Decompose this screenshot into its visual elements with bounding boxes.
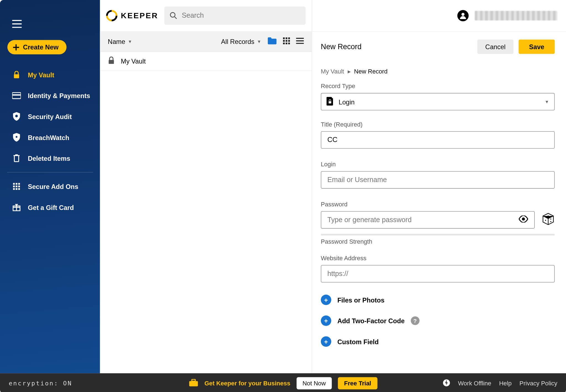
shield-eye-icon xyxy=(12,133,21,141)
svg-rect-27 xyxy=(329,101,331,103)
create-new-label: Create New xyxy=(23,43,59,51)
gift-icon xyxy=(12,203,21,212)
breadcrumb: My Vault ▸ New Record xyxy=(312,60,563,78)
password-strength-label: Password Strength xyxy=(312,237,563,249)
not-now-button[interactable]: Not Now xyxy=(297,377,332,389)
svg-rect-7 xyxy=(18,183,20,185)
lock-icon xyxy=(12,70,21,79)
login-field[interactable] xyxy=(321,171,555,189)
record-detail-panel: New Record Cancel Save My Vault ▸ New Re… xyxy=(312,32,563,373)
sort-dropdown[interactable]: Name ▼ xyxy=(108,38,132,45)
lock-icon xyxy=(108,56,115,66)
list-view-icon[interactable] xyxy=(296,38,304,45)
help-icon[interactable]: ? xyxy=(411,316,419,325)
work-offline-link[interactable]: Work Offline xyxy=(458,380,491,387)
sidebar-item-security-audit[interactable]: Security Audit xyxy=(0,106,100,127)
sidebar-item-label: My Vault xyxy=(28,71,54,78)
sidebar-item-breachwatch[interactable]: BreachWatch xyxy=(0,127,100,148)
add-files-label: Files or Photos xyxy=(337,296,384,304)
svg-point-31 xyxy=(550,221,551,222)
free-trial-button[interactable]: Free Trial xyxy=(338,377,377,389)
sidebar-item-addons[interactable]: Secure Add Ons xyxy=(0,176,100,197)
chevron-right-icon: ▸ xyxy=(348,68,351,75)
record-type-label: Record Type xyxy=(321,83,555,90)
add-custom-label: Custom Field xyxy=(337,338,379,345)
sidebar-divider xyxy=(7,172,93,173)
login-input[interactable] xyxy=(327,176,548,184)
filter-dropdown[interactable]: All Records ▼ xyxy=(221,38,261,45)
svg-rect-21 xyxy=(288,40,290,41)
svg-rect-2 xyxy=(12,94,21,96)
add-custom-field-button[interactable]: + Custom Field xyxy=(312,331,563,352)
grid-view-icon[interactable] xyxy=(283,37,290,46)
svg-point-15 xyxy=(170,12,175,17)
record-type-value: Login xyxy=(339,98,539,106)
svg-rect-1 xyxy=(12,93,21,99)
grid-icon xyxy=(12,182,21,191)
svg-rect-8 xyxy=(13,186,15,187)
app-name: KEEPER xyxy=(121,11,158,20)
cancel-button[interactable]: Cancel xyxy=(478,40,513,54)
password-field[interactable] xyxy=(321,211,535,228)
offline-icon xyxy=(442,379,450,388)
menu-icon[interactable] xyxy=(12,20,22,28)
breadcrumb-root[interactable]: My Vault xyxy=(321,68,344,75)
file-lock-icon xyxy=(326,97,333,107)
sidebar-item-label: Identity & Payments xyxy=(28,92,90,99)
shield-icon xyxy=(12,112,21,121)
privacy-link[interactable]: Privacy Policy xyxy=(520,380,557,387)
record-type-select[interactable]: Login ▼ xyxy=(321,93,555,111)
sidebar-item-deleted[interactable]: Deleted Items xyxy=(0,148,100,169)
list-item[interactable]: My Vault xyxy=(100,52,312,71)
svg-rect-18 xyxy=(288,37,290,39)
svg-rect-22 xyxy=(283,42,285,44)
search-input[interactable] xyxy=(182,12,300,19)
trash-icon xyxy=(12,154,21,162)
svg-rect-25 xyxy=(109,60,114,64)
search-field[interactable] xyxy=(164,7,306,25)
plus-circle-icon: + xyxy=(321,336,331,347)
title-field[interactable] xyxy=(321,131,555,149)
avatar[interactable] xyxy=(457,10,469,21)
password-input[interactable] xyxy=(327,216,518,224)
list-item-label: My Vault xyxy=(121,57,146,65)
svg-rect-33 xyxy=(189,381,198,386)
svg-rect-20 xyxy=(285,40,287,41)
svg-rect-13 xyxy=(18,188,20,190)
title-input[interactable] xyxy=(327,136,548,144)
svg-rect-5 xyxy=(13,183,15,185)
create-new-button[interactable]: Create New xyxy=(7,40,66,54)
svg-rect-0 xyxy=(14,74,19,78)
website-field[interactable] xyxy=(321,265,555,283)
dice-icon[interactable] xyxy=(542,212,555,227)
breadcrumb-leaf: New Record xyxy=(354,68,387,75)
business-link[interactable]: Get Keeper for your Business xyxy=(205,380,290,387)
svg-rect-12 xyxy=(16,188,17,190)
chevron-down-icon: ▼ xyxy=(545,99,549,104)
eye-icon[interactable] xyxy=(519,215,528,224)
svg-rect-19 xyxy=(283,40,285,41)
card-icon xyxy=(12,91,21,100)
help-link[interactable]: Help xyxy=(499,380,512,387)
folder-view-icon[interactable] xyxy=(267,37,277,46)
password-label: Password xyxy=(321,201,555,208)
app-logo: KEEPER xyxy=(106,10,158,21)
record-list-column: KEEPER Name ▼ All Records ▼ xyxy=(100,0,312,373)
sidebar: Create New My Vault Identity & Payments … xyxy=(0,0,100,373)
add-2fa-button[interactable]: + Add Two-Factor Code ? xyxy=(312,310,563,331)
svg-rect-16 xyxy=(283,37,285,39)
login-label: Login xyxy=(321,161,555,168)
sidebar-item-label: Secure Add Ons xyxy=(28,183,78,190)
svg-point-32 xyxy=(548,215,549,217)
save-button[interactable]: Save xyxy=(519,40,555,54)
title-label: Title (Required) xyxy=(321,121,555,128)
chevron-down-icon: ▼ xyxy=(128,39,132,44)
add-files-button[interactable]: + Files or Photos xyxy=(312,290,563,311)
sidebar-item-gift[interactable]: Get a Gift Card xyxy=(0,197,100,218)
svg-rect-10 xyxy=(18,186,20,187)
sidebar-item-my-vault[interactable]: My Vault xyxy=(0,64,100,85)
sidebar-item-identity-payments[interactable]: Identity & Payments xyxy=(0,85,100,106)
website-label: Website Address xyxy=(321,255,555,262)
website-input[interactable] xyxy=(327,270,548,278)
plus-icon xyxy=(13,44,20,51)
